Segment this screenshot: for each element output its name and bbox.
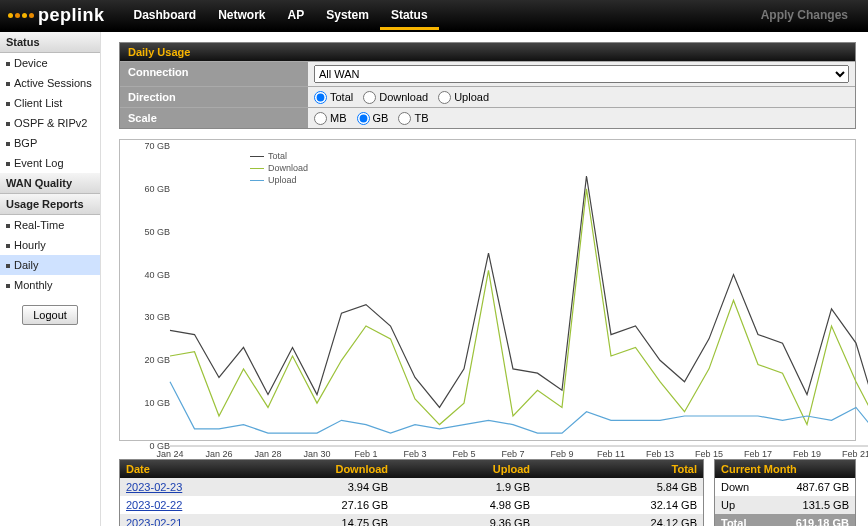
sidebar-group-wan-quality[interactable]: WAN Quality (0, 173, 100, 194)
sidebar-item-monthly[interactable]: Monthly (0, 275, 100, 295)
x-tick: Jan 24 (156, 449, 183, 459)
logout-button[interactable]: Logout (22, 305, 78, 325)
direction-radio-upload[interactable] (438, 91, 451, 104)
apply-changes-button: Apply Changes (749, 8, 860, 22)
brand-text: peplink (38, 5, 105, 26)
direction-radio-download[interactable] (363, 91, 376, 104)
cell-total: 24.12 GB (536, 514, 703, 526)
nav-system[interactable]: System (315, 0, 380, 30)
cell-download: 14.75 GB (252, 514, 394, 526)
connection-select[interactable]: All WAN (314, 65, 849, 83)
month-row: Up131.5 GB (715, 496, 855, 514)
direction-option-download[interactable]: Download (363, 91, 428, 104)
x-tick: Feb 17 (744, 449, 772, 459)
y-tick: 70 GB (144, 141, 170, 151)
scale-label: Scale (120, 108, 308, 128)
sidebar-item-real-time[interactable]: Real-Time (0, 215, 100, 235)
y-tick: 40 GB (144, 270, 170, 280)
col-total: Total (536, 460, 703, 478)
nav-dashboard[interactable]: Dashboard (123, 0, 208, 30)
x-tick: Feb 21 (842, 449, 868, 459)
date-link[interactable]: 2023-02-22 (126, 499, 182, 511)
direction-label: Direction (120, 87, 308, 107)
brand-logo: peplink (8, 5, 105, 26)
x-tick: Jan 30 (303, 449, 330, 459)
scale-radio-gb[interactable] (357, 112, 370, 125)
sidebar-item-client-list[interactable]: Client List (0, 93, 100, 113)
month-row: Down487.67 GB (715, 478, 855, 496)
x-tick: Jan 28 (254, 449, 281, 459)
scale-radio-tb[interactable] (398, 112, 411, 125)
top-nav: peplink DashboardNetworkAPSystemStatus A… (0, 0, 868, 32)
daily-usage-panel: Daily Usage Connection All WAN Direction… (119, 42, 856, 129)
nav-status[interactable]: Status (380, 0, 439, 30)
col-date: Date (120, 460, 252, 478)
col-upload: Upload (394, 460, 536, 478)
scale-option-mb[interactable]: MB (314, 112, 347, 125)
month-row-value: 487.67 GB (773, 478, 855, 496)
sidebar-group-usage-reports[interactable]: Usage Reports (0, 194, 100, 215)
month-row-label: Up (715, 496, 773, 514)
usage-chart: TotalDownloadUpload 0 GB10 GB20 GB30 GB4… (119, 139, 856, 441)
sidebar-item-hourly[interactable]: Hourly (0, 235, 100, 255)
scale-radio-mb[interactable] (314, 112, 327, 125)
cell-upload: 4.98 GB (394, 496, 536, 514)
x-tick: Feb 15 (695, 449, 723, 459)
sidebar: StatusDeviceActive SessionsClient ListOS… (0, 32, 101, 526)
y-tick: 10 GB (144, 398, 170, 408)
x-tick: Feb 1 (354, 449, 377, 459)
sidebar-item-bgp[interactable]: BGP (0, 133, 100, 153)
month-total-row: Total619.18 GB (715, 514, 855, 526)
sidebar-group-status[interactable]: Status (0, 32, 100, 53)
x-tick: Feb 13 (646, 449, 674, 459)
x-tick: Feb 11 (597, 449, 625, 459)
month-row-value: 131.5 GB (773, 496, 855, 514)
cell-upload: 9.36 GB (394, 514, 536, 526)
y-tick: 30 GB (144, 312, 170, 322)
cell-total: 5.84 GB (536, 478, 703, 496)
month-title: Current Month (715, 460, 855, 478)
logo-dots-icon (8, 13, 34, 18)
y-tick: 60 GB (144, 184, 170, 194)
date-link[interactable]: 2023-02-23 (126, 481, 182, 493)
scale-option-tb[interactable]: TB (398, 112, 428, 125)
month-total-label: Total (715, 514, 773, 526)
current-month-table: Current Month Down487.67 GBUp131.5 GBTot… (714, 459, 856, 526)
x-tick: Feb 19 (793, 449, 821, 459)
x-tick: Jan 26 (205, 449, 232, 459)
main-content: Daily Usage Connection All WAN Direction… (101, 32, 868, 526)
month-total-value: 619.18 GB (773, 514, 855, 526)
table-row: 2023-02-233.94 GB1.9 GB5.84 GB (120, 478, 703, 496)
panel-title: Daily Usage (120, 43, 855, 61)
x-tick: Feb 3 (403, 449, 426, 459)
cell-download: 3.94 GB (252, 478, 394, 496)
direction-option-upload[interactable]: Upload (438, 91, 489, 104)
direction-option-total[interactable]: Total (314, 91, 353, 104)
table-row: 2023-02-2114.75 GB9.36 GB24.12 GB (120, 514, 703, 526)
sidebar-item-event-log[interactable]: Event Log (0, 153, 100, 173)
x-tick: Feb 7 (501, 449, 524, 459)
cell-upload: 1.9 GB (394, 478, 536, 496)
y-tick: 20 GB (144, 355, 170, 365)
sidebar-item-daily[interactable]: Daily (0, 255, 100, 275)
direction-radio-total[interactable] (314, 91, 327, 104)
usage-table: Date Download Upload Total 2023-02-233.9… (119, 459, 704, 526)
sidebar-item-active-sessions[interactable]: Active Sessions (0, 73, 100, 93)
col-download: Download (252, 460, 394, 478)
connection-label: Connection (120, 62, 308, 86)
y-tick: 50 GB (144, 227, 170, 237)
sidebar-item-device[interactable]: Device (0, 53, 100, 73)
x-tick: Feb 5 (452, 449, 475, 459)
table-row: 2023-02-2227.16 GB4.98 GB32.14 GB (120, 496, 703, 514)
x-tick: Feb 9 (550, 449, 573, 459)
sidebar-item-ospf-ripv2[interactable]: OSPF & RIPv2 (0, 113, 100, 133)
nav-ap[interactable]: AP (277, 0, 316, 30)
cell-total: 32.14 GB (536, 496, 703, 514)
cell-download: 27.16 GB (252, 496, 394, 514)
chart-plot (170, 146, 868, 446)
date-link[interactable]: 2023-02-21 (126, 517, 182, 526)
nav-network[interactable]: Network (207, 0, 276, 30)
scale-option-gb[interactable]: GB (357, 112, 389, 125)
month-row-label: Down (715, 478, 773, 496)
